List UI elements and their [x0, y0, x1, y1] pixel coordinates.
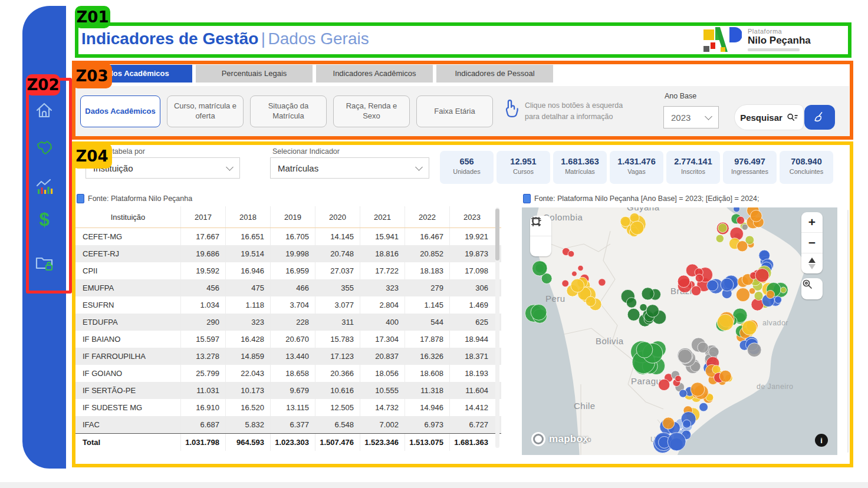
kpi-label: Inscritos [666, 168, 720, 175]
page-bottom-strip [0, 482, 868, 488]
tab-dados-academicos[interactable]: Dados Acadêmicos [75, 65, 192, 83]
cell-value: 1.469 [449, 296, 494, 314]
cell-value: 19.921 [449, 228, 494, 245]
map-canvas: GuyanaColombiaPeruBoliviaChileParaguBraz… [522, 207, 837, 455]
cell-value: 18.944 [449, 331, 494, 348]
cell-institution: IF GOIANO [75, 365, 180, 382]
map-bubble [698, 342, 708, 352]
total-label: Total [75, 434, 180, 451]
zoom-out-button[interactable]: − [801, 232, 823, 253]
cell-value: 19.514 [225, 245, 270, 262]
clear-filters-button[interactable] [804, 105, 835, 130]
cell-value: 323 [360, 279, 405, 296]
cell-value: 6.548 [315, 416, 360, 433]
cell-value: 475 [225, 279, 270, 296]
cell-value: 16.946 [225, 262, 270, 279]
bubble-map[interactable]: GuyanaColombiaPeruBoliviaChileParaguBraz… [522, 207, 837, 455]
pnp-logo: Plataforma Nilo Peçanha [703, 25, 811, 54]
cell-value: 17.667 [180, 228, 225, 245]
info-icon[interactable]: i [815, 434, 828, 447]
kpi-value: 1.681.363 [553, 157, 607, 166]
indicator-dropdown[interactable]: Matrículas [270, 157, 429, 179]
map-bubble [627, 308, 640, 321]
cell-value: 2.804 [360, 296, 405, 314]
cell-value: 17.098 [449, 262, 494, 279]
cell-value: 5.832 [225, 416, 270, 433]
institutions-table: Instituição2017201820192020202120222023 … [75, 206, 501, 451]
search-button[interactable]: Pesquisar [735, 105, 803, 130]
cell-value: 10.173 [225, 382, 270, 399]
cell-institution: ESUFRN [75, 296, 180, 314]
cell-value: 19.592 [180, 262, 225, 279]
map-label-peru: Peru [545, 294, 565, 304]
map-bubble [620, 216, 630, 226]
south-arrow-icon [808, 264, 816, 269]
total-value: 1.023.303 [270, 434, 315, 451]
tab-indicadores-de-pessoal[interactable]: Indicadores de Pessoal [436, 65, 553, 83]
kpi-label: Vagas [610, 168, 663, 175]
cell-value: 17.878 [405, 331, 449, 348]
ano-base-dropdown[interactable]: 2023 [663, 106, 719, 128]
filter-buttons: Dados AcadêmicosCurso, matrícula e ofert… [80, 95, 493, 127]
column-header: 2019 [270, 206, 315, 227]
map-search-button[interactable] [801, 278, 823, 299]
filter-button-dados-academicos[interactable]: Dados Acadêmicos [80, 95, 160, 127]
table-by-dropdown[interactable]: Instituição [86, 157, 240, 179]
table-row: CEFET-MG17.66716.65116.70514.14515.94116… [75, 228, 501, 245]
cell-value: 6.377 [270, 416, 315, 433]
map-bubble [716, 235, 724, 242]
map-bubble [718, 223, 727, 232]
cell-value: 400 [360, 314, 405, 331]
click-hand-icon [501, 98, 519, 123]
cell-value: 311 [315, 314, 360, 331]
kpi-label: Cursos [497, 168, 550, 175]
table-by-value: Instituição [93, 163, 133, 173]
kpi-value: 976.497 [723, 157, 777, 166]
cell-institution: IF SERTÃO-PE [75, 382, 180, 399]
map-bubble [737, 241, 748, 252]
table-row: CPII19.59216.94616.95927.03717.72218.183… [75, 262, 501, 279]
dollar-icon[interactable]: $ [34, 210, 54, 230]
map-source-text: Fonte: Plataforma Nilo Peçanha [Ano Base… [534, 194, 760, 203]
total-value: 1.507.476 [315, 434, 360, 451]
map-bubble [754, 292, 763, 301]
search-label: Pesquisar [740, 113, 782, 123]
kpi-value: 2.774.141 [666, 157, 720, 166]
tab-indicadores-academicos[interactable]: Indicadores Acadêmicos [316, 65, 433, 83]
cell-institution: CEFET-RJ [75, 245, 180, 262]
filter-button-curso-matricula-e-oferta[interactable]: Curso, matrícula e oferta [167, 95, 244, 127]
cell-value: 16.959 [270, 262, 315, 279]
zoom-in-button[interactable]: + [801, 212, 823, 232]
cell-value: 19.873 [449, 245, 494, 262]
brazil-map-icon[interactable] [34, 137, 54, 157]
map-bubble [717, 314, 734, 331]
map-bubble [747, 343, 761, 357]
map-bubble [707, 280, 718, 291]
filter-button-faixa-etaria[interactable]: Faixa Etária [416, 95, 493, 127]
map-bubble [586, 296, 596, 306]
home-icon[interactable] [34, 100, 54, 120]
cell-value: 13.278 [180, 348, 225, 365]
cell-institution: IFAC [75, 416, 180, 433]
tab-percentuais-legais[interactable]: Percentuais Legais [196, 65, 313, 83]
frame-select-icon[interactable] [530, 236, 551, 256]
scrollbar-thumb[interactable] [495, 209, 499, 261]
filter-button-situacao-da-matricula[interactable]: Situação da Matrícula [250, 95, 327, 127]
map-bubble [630, 221, 644, 235]
table-scrollbar[interactable] [495, 207, 499, 448]
map-bubble [683, 420, 691, 428]
table-row: IF FARROUPILHA13.27814.85913.44017.12320… [75, 348, 501, 365]
compass-control[interactable] [801, 253, 823, 273]
map-bubble [734, 207, 740, 212]
map-bubble [646, 305, 659, 318]
map-bubble [675, 375, 682, 382]
kpi-card-concluintes: 708.940Concluintes [780, 151, 833, 184]
chevron-down-icon [226, 163, 234, 171]
column-header: 2020 [315, 206, 360, 227]
map-bubble [775, 296, 782, 304]
filter-button-raca-renda-e-sexo[interactable]: Raça, Renda e Sexo [333, 95, 410, 127]
folder-lock-icon[interactable] [34, 252, 54, 272]
map-label-de-janeiro: de Janeiro [757, 383, 793, 391]
cell-value: 20.852 [405, 245, 449, 262]
chart-icon[interactable] [34, 177, 54, 197]
